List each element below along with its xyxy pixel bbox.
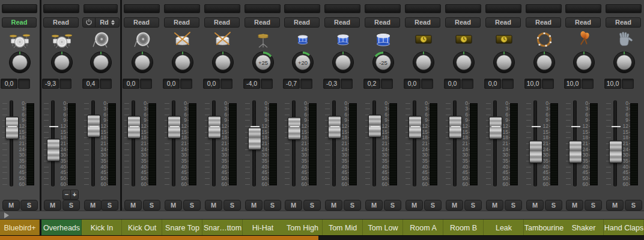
volume-value-field[interactable]: -0,3	[323, 79, 340, 89]
fader-track[interactable]	[132, 100, 135, 187]
fader-track[interactable]	[10, 100, 13, 187]
mute-button[interactable]: M	[165, 200, 182, 211]
solo-button[interactable]: S	[101, 200, 118, 211]
insert-slot[interactable]	[124, 4, 160, 13]
automation-read-button[interactable]: Read	[43, 17, 79, 28]
automation-read-button[interactable]: Read	[284, 17, 320, 28]
peak-value-field[interactable]	[381, 79, 393, 89]
pan-knob[interactable]	[8, 51, 31, 74]
volume-fader[interactable]	[248, 127, 261, 150]
automation-read-button[interactable]: Read	[124, 17, 159, 28]
mute-button[interactable]: M	[124, 200, 142, 211]
pan-knob[interactable]: +20	[291, 51, 314, 74]
automation-read-button[interactable]: Read	[485, 17, 521, 28]
peak-value-field[interactable]	[59, 79, 71, 89]
fader-track[interactable]	[493, 100, 497, 187]
volume-value-field[interactable]: 0,0	[444, 79, 461, 89]
track-name-hand-claps[interactable]: Hand Claps	[604, 220, 644, 236]
automation-read-button[interactable]: Read	[606, 17, 641, 28]
fader-track[interactable]	[91, 100, 95, 187]
volume-fader[interactable]	[328, 116, 341, 139]
volume-value-field[interactable]: 10,0	[564, 79, 581, 89]
kick-drum-icon[interactable]	[82, 31, 120, 49]
volume-value-field[interactable]: 0,0	[203, 79, 220, 89]
insert-slot[interactable]	[526, 4, 562, 13]
peak-value-field[interactable]	[18, 79, 30, 89]
automation-read-button[interactable]: Read	[565, 17, 601, 28]
track-name-overheads[interactable]: Overheads	[41, 220, 82, 236]
pan-knob[interactable]	[90, 51, 112, 74]
volume-fader[interactable]	[168, 116, 181, 139]
mute-button[interactable]: M	[205, 200, 222, 211]
track-name-kick-in[interactable]: Kick In	[82, 220, 122, 236]
volume-value-field[interactable]: -9,3	[42, 79, 59, 89]
solo-button[interactable]: S	[464, 200, 482, 211]
insert-slot[interactable]	[365, 4, 401, 13]
tambourine-icon[interactable]	[524, 31, 564, 49]
solo-button[interactable]: S	[344, 200, 361, 211]
disclosure-triangle-icon[interactable]	[4, 212, 9, 218]
volume-value-field[interactable]: 10,0	[524, 79, 541, 89]
pan-knob[interactable]	[452, 51, 475, 74]
insert-slot[interactable]	[164, 4, 200, 13]
volume-value-field[interactable]: 0,0	[484, 79, 501, 89]
solo-button[interactable]: S	[625, 200, 642, 211]
pan-knob[interactable]	[573, 51, 595, 74]
fader-track[interactable]	[372, 100, 376, 187]
volume-fader[interactable]	[569, 140, 582, 163]
mute-button[interactable]: M	[566, 200, 583, 211]
insert-slot[interactable]	[2, 4, 37, 13]
minus-button[interactable]: −	[62, 190, 70, 200]
volume-value-field[interactable]: 10,0	[604, 79, 621, 89]
insert-slot[interactable]	[445, 4, 481, 13]
fader-track[interactable]	[413, 100, 416, 187]
solo-button[interactable]: S	[384, 200, 401, 211]
volume-value-field[interactable]: 0,0	[123, 79, 139, 89]
track-name-shaker[interactable]: Shaker	[564, 220, 604, 236]
mute-button[interactable]: M	[406, 200, 423, 211]
mute-button[interactable]: M	[526, 200, 544, 211]
volume-fader[interactable]	[127, 116, 141, 139]
solo-button[interactable]: S	[143, 200, 160, 211]
fader-track[interactable]	[332, 100, 336, 187]
pan-knob[interactable]	[493, 51, 515, 74]
peak-value-field[interactable]	[582, 79, 594, 89]
peak-value-field[interactable]	[622, 79, 634, 89]
track-name-bluebird-[interactable]: Bluebird+	[0, 220, 40, 236]
insert-slot[interactable]	[204, 4, 240, 13]
track-name-kick-out[interactable]: Kick Out	[122, 220, 162, 236]
mute-button[interactable]: M	[245, 200, 263, 211]
mute-button[interactable]: M	[606, 200, 624, 211]
track-name-tom-mid[interactable]: Tom Mid	[323, 220, 363, 236]
volume-value-field[interactable]: 0,4	[82, 79, 99, 89]
pan-knob[interactable]	[332, 51, 354, 74]
solo-button[interactable]: S	[264, 200, 281, 211]
insert-slot[interactable]	[43, 4, 79, 13]
fader-track[interactable]	[453, 100, 457, 187]
mute-button[interactable]: M	[446, 200, 463, 211]
volume-fader[interactable]	[47, 139, 60, 161]
mute-button[interactable]: M	[2, 200, 20, 211]
volume-fader[interactable]	[5, 116, 19, 139]
track-name-room-a[interactable]: Room A	[403, 220, 443, 236]
drum-kit-icon[interactable]	[41, 31, 82, 49]
solo-button[interactable]: S	[20, 200, 38, 211]
pan-knob[interactable]	[131, 51, 154, 74]
peak-value-field[interactable]	[180, 79, 192, 89]
drum-kit-icon[interactable]	[0, 31, 40, 49]
mute-button[interactable]: M	[325, 200, 342, 211]
automation-read-button[interactable]: Read	[2, 17, 37, 28]
peak-value-field[interactable]	[140, 79, 152, 89]
automation-mode-button[interactable]: Rd	[96, 18, 119, 27]
peak-value-field[interactable]	[300, 79, 312, 89]
automation-read-button[interactable]: Read	[365, 17, 400, 28]
tom-icon[interactable]	[282, 31, 323, 49]
peak-value-field[interactable]	[341, 79, 353, 89]
track-name-tambourine[interactable]: Tambourine	[524, 220, 564, 236]
hand-icon[interactable]	[604, 31, 644, 49]
automation-read-button[interactable]: Read	[445, 17, 481, 28]
solo-button[interactable]: S	[424, 200, 442, 211]
solo-button[interactable]: S	[62, 200, 80, 211]
pan-knob[interactable]: -25	[372, 51, 395, 74]
insert-slot[interactable]	[284, 4, 320, 13]
